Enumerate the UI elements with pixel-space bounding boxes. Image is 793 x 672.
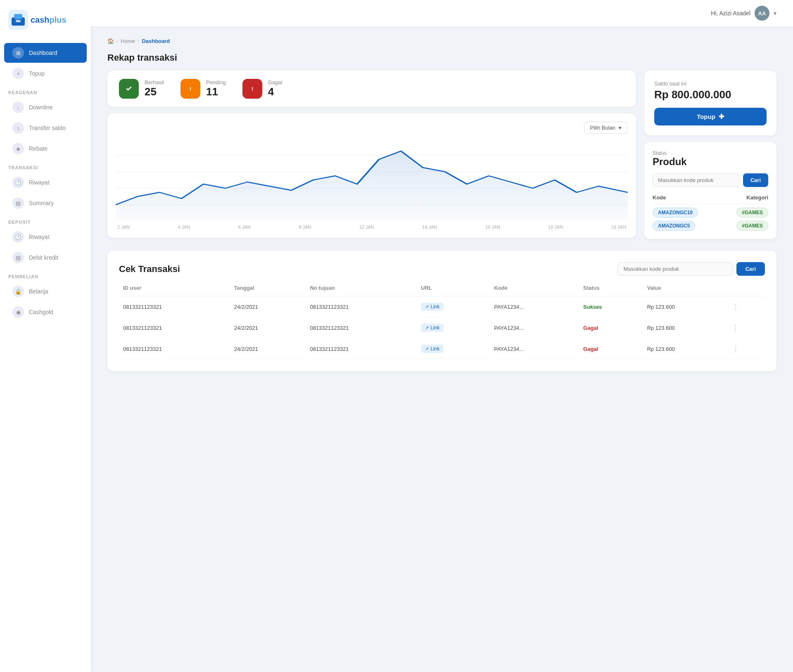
avatar: AA (755, 6, 769, 21)
svg-text:!: ! (252, 86, 253, 92)
line-chart-svg (116, 139, 628, 221)
breadcrumb-home: Home (121, 38, 135, 44)
product-cat-2: #GAMES (736, 221, 768, 231)
product-row: AMAZONGC5 #GAMES (653, 221, 768, 231)
sidebar-item-riwayat-deposit[interactable]: 🕐 Riwayat (4, 227, 87, 247)
cek-title: Cek Transaksi (119, 264, 180, 274)
sidebar-item-dashboard[interactable]: ⊞ Dashboard (4, 43, 87, 63)
link-badge[interactable]: ↗ Link (421, 303, 444, 311)
section-label-transaksi: TRANSAKSI (0, 159, 91, 172)
sidebar-nav: ⊞ Dashboard + Topup KEAGENAN ↓ Downline … (0, 38, 91, 672)
logo-icon (8, 10, 28, 30)
chart-label-6: 14 JAN (422, 225, 437, 230)
sidebar-item-label: Cashgold (29, 309, 53, 315)
cell-tanggal: 24/2/2021 (230, 338, 306, 360)
more-options-icon[interactable]: ⋮ (732, 345, 739, 353)
cell-kode: PAYA1234... (490, 338, 579, 360)
cell-url: ↗ Link (417, 338, 490, 360)
cek-search-input[interactable] (617, 262, 733, 276)
status-badge: Sukses (583, 304, 602, 310)
logo: cashplus (0, 0, 91, 38)
more-options-icon[interactable]: ⋮ (732, 324, 739, 332)
section-label-pembelian: PEMBELIAN (0, 268, 91, 281)
table-row: 0813321123321 24/2/2021 0813321123321 ↗ … (119, 317, 765, 338)
th-kode: Kode (490, 285, 579, 296)
th-no-tujuan: No tujuan (306, 285, 417, 296)
sidebar-item-belanja[interactable]: 🔒 Belanja (4, 282, 87, 301)
chart-label-4: 8 JAN (299, 225, 311, 230)
stat-berhasil: Berhasil 25 (119, 79, 164, 99)
cell-id-user: 0813321123321 (119, 317, 230, 338)
external-link-icon: ↗ (425, 325, 429, 331)
cashgold-icon: ◉ (12, 306, 24, 318)
cek-search-row: Cari (617, 262, 765, 276)
riwayat-deposit-icon: 🕐 (12, 231, 24, 243)
page-title: Rekap transaksi (107, 52, 776, 63)
chart-header: Pilih Bulan ▾ (116, 122, 628, 134)
sidebar-item-cashgold[interactable]: ◉ Cashgold (4, 302, 87, 322)
summary-icon: ▤ (12, 197, 24, 209)
cell-id-user: 0813321123321 (119, 296, 230, 317)
debit-kredit-icon: ▤ (12, 252, 24, 263)
riwayat-transaksi-icon: 🕐 (12, 177, 24, 188)
sidebar-item-label: Dashboard (29, 50, 57, 56)
sidebar-item-downline[interactable]: ↓ Downline (4, 97, 87, 117)
chart-label-1: 2 JAN (117, 225, 130, 230)
link-badge[interactable]: ↗ Link (421, 345, 444, 353)
balance-value: Rp 800.000.000 (654, 88, 767, 101)
chart-label-2: 4 JAN (178, 225, 190, 230)
cek-header: Cek Transaksi Cari (119, 262, 765, 276)
cell-kode: PAYA1234... (490, 317, 579, 338)
rebate-icon: ◈ (12, 143, 24, 154)
left-panel: Berhasil 25 ! Pending 11 (107, 71, 636, 239)
sidebar-item-summary[interactable]: ▤ Summary (4, 193, 87, 213)
sidebar-item-transfer-saldo[interactable]: ↕ Transfer saldo (4, 118, 87, 138)
sidebar-item-rebate[interactable]: ◈ Rebate (4, 139, 87, 159)
table-row: 0813321123321 24/2/2021 0813321123321 ↗ … (119, 338, 765, 360)
stat-gagal: ! Gagal 4 (242, 79, 283, 99)
sidebar-item-label: Riwayat (29, 234, 50, 240)
product-search-input[interactable] (653, 173, 740, 187)
cell-no-tujuan: 0813321123321 (306, 317, 417, 338)
cell-value: Rp 123.600 (643, 338, 728, 360)
svg-rect-3 (16, 20, 21, 22)
product-table-header: Kode Kategori (653, 193, 768, 204)
sidebar-item-label: Topup (29, 70, 45, 77)
sidebar-item-label: Transfer saldo (29, 125, 66, 131)
product-cat-1: #GAMES (736, 208, 768, 218)
topup-icon: + (12, 68, 24, 79)
th-tanggal: Tanggal (230, 285, 306, 296)
sidebar-item-label: Riwayat (29, 179, 50, 186)
cell-status: Gagal (579, 338, 643, 360)
topup-btn-label: Topup (697, 113, 715, 120)
plus-icon: ✚ (719, 113, 724, 121)
stat-pending-info: Pending 11 (206, 79, 226, 98)
sidebar-item-riwayat-transaksi[interactable]: 🕐 Riwayat (4, 173, 87, 192)
belanja-icon: 🔒 (12, 286, 24, 297)
greeting-text: Hi, Azizi Asadel (711, 10, 750, 17)
sidebar-item-topup[interactable]: + Topup (4, 64, 87, 83)
th-value: Value (643, 285, 728, 296)
downline-icon: ↓ (12, 102, 24, 113)
section-label-keagenan: KEAGENAN (0, 84, 91, 97)
balance-card: Saldo saat ini Rp 800.000.000 Topup ✚ (644, 71, 776, 135)
dropdown-chevron-icon[interactable]: ▾ (774, 10, 776, 17)
topup-button[interactable]: Topup ✚ (654, 108, 767, 125)
link-badge[interactable]: ↗ Link (421, 324, 444, 332)
chart-label-5: 12 JAN (359, 225, 374, 230)
section-label-deposit: DEPOSIT (0, 214, 91, 226)
month-select[interactable]: Pilih Bulan ▾ (584, 122, 628, 134)
product-search-button[interactable]: Cari (743, 173, 768, 187)
more-options-icon[interactable]: ⋮ (732, 303, 739, 311)
cek-transaksi-section: Cek Transaksi Cari ID user Tanggal No tu… (107, 251, 776, 371)
cell-no-tujuan: 0813321123321 (306, 338, 417, 360)
sidebar-item-debit-kredit[interactable]: ▤ Debit kredit (4, 248, 87, 267)
right-panel: Saldo saat ini Rp 800.000.000 Topup ✚ St… (644, 71, 776, 239)
th-action (728, 285, 765, 296)
table-row: 0813321123321 24/2/2021 0813321123321 ↗ … (119, 296, 765, 317)
dashboard-grid: Berhasil 25 ! Pending 11 (107, 71, 776, 239)
cek-search-button[interactable]: Cari (736, 262, 765, 276)
cell-action: ⋮ (728, 296, 765, 317)
berhasil-icon (119, 79, 139, 99)
breadcrumb-current: Dashboard (142, 38, 170, 44)
